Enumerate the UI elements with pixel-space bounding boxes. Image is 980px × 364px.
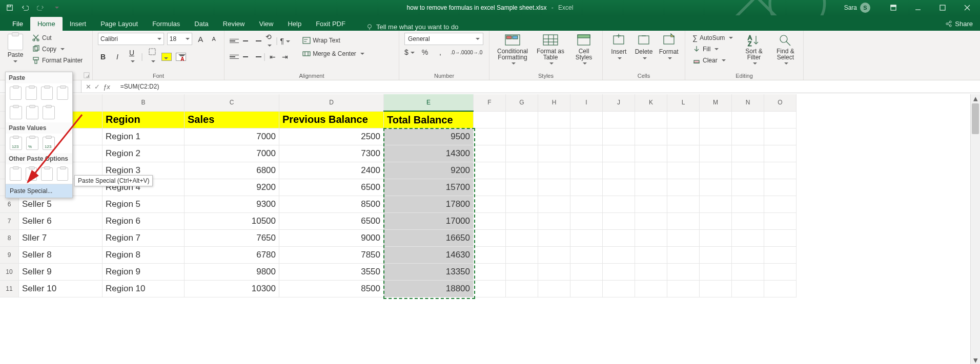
cell[interactable]: 9800 (185, 264, 279, 281)
paste-link-icon[interactable] (26, 167, 37, 181)
tab-file[interactable]: File (5, 17, 30, 31)
column-header[interactable]: K (635, 94, 667, 111)
paste-option-transpose-icon[interactable] (43, 106, 55, 119)
row-header[interactable]: 8 (0, 230, 19, 247)
cell[interactable] (700, 281, 732, 297)
cell[interactable] (635, 145, 667, 162)
cell[interactable] (732, 213, 764, 230)
undo-icon[interactable] (18, 2, 32, 13)
save-icon[interactable] (3, 2, 16, 13)
paste-option-no-borders-icon[interactable] (10, 106, 22, 119)
format-cells-button[interactable]: Format (658, 33, 680, 60)
cell[interactable] (764, 247, 797, 264)
paste-picture-icon[interactable] (41, 167, 53, 181)
cell[interactable] (506, 281, 538, 297)
underline-button[interactable]: U (127, 49, 137, 65)
paste-values-source-icon[interactable]: 123 (43, 137, 55, 150)
cell[interactable]: 13350 (384, 264, 474, 281)
copy-button[interactable]: Copy (30, 44, 85, 54)
align-left-icon[interactable] (230, 53, 239, 60)
align-middle-icon[interactable] (241, 37, 250, 45)
cell[interactable] (764, 179, 797, 196)
cell[interactable] (570, 264, 603, 281)
cell[interactable] (700, 111, 732, 129)
increase-decimal-icon[interactable]: .0→.00 (451, 50, 461, 55)
column-header[interactable]: N (732, 94, 764, 111)
cell[interactable] (474, 213, 506, 230)
cell[interactable] (635, 281, 667, 297)
cell[interactable] (506, 145, 538, 162)
cell[interactable] (570, 247, 603, 264)
cell[interactable] (764, 196, 797, 213)
conditional-formatting-button[interactable]: Conditional Formatting (495, 33, 530, 66)
formula-input[interactable]: =SUM(C2:D2) (118, 83, 980, 90)
cell[interactable] (700, 162, 732, 179)
cell[interactable] (474, 196, 506, 213)
scroll-up-icon[interactable]: ▴ (971, 94, 980, 102)
cell[interactable] (635, 162, 667, 179)
cell[interactable] (570, 213, 603, 230)
cell[interactable] (603, 145, 635, 162)
row-header[interactable]: 9 (0, 247, 19, 264)
cell[interactable]: 6500 (279, 179, 384, 196)
find-select-button[interactable]: Find & Select (773, 33, 798, 66)
comma-format-icon[interactable]: , (435, 48, 445, 56)
scroll-down-icon[interactable]: ▾ (971, 356, 980, 364)
cell[interactable] (635, 111, 667, 129)
cell[interactable] (700, 230, 732, 247)
cell[interactable]: 7850 (279, 247, 384, 264)
fill-button[interactable]: Fill (690, 44, 735, 54)
cell[interactable] (635, 196, 667, 213)
cell[interactable] (764, 162, 797, 179)
borders-button[interactable] (147, 48, 157, 65)
autosum-button[interactable]: ∑ AutoSum (690, 33, 735, 43)
cell[interactable]: Seller 10 (19, 281, 103, 297)
row-header[interactable]: 7 (0, 213, 19, 230)
cell[interactable] (667, 264, 700, 281)
enter-formula-icon[interactable]: ✓ (94, 83, 100, 91)
align-top-icon[interactable] (230, 37, 239, 45)
cell[interactable] (603, 247, 635, 264)
cell[interactable] (667, 281, 700, 297)
bold-button[interactable]: B (98, 53, 108, 61)
cell[interactable] (474, 129, 506, 145)
font-size-select[interactable]: 18 (167, 33, 193, 45)
cell[interactable]: 3550 (279, 264, 384, 281)
tab-view[interactable]: View (252, 17, 280, 31)
cell[interactable] (635, 179, 667, 196)
cell[interactable]: 17000 (384, 213, 474, 230)
wrap-text-button[interactable]: Wrap Text (300, 35, 366, 46)
cell[interactable] (570, 129, 603, 145)
cell[interactable] (764, 230, 797, 247)
cell[interactable] (700, 145, 732, 162)
column-header[interactable]: L (667, 94, 700, 111)
cell[interactable]: 9200 (185, 179, 279, 196)
cell[interactable]: 7300 (279, 145, 384, 162)
cell[interactable] (764, 129, 797, 145)
cell[interactable] (700, 129, 732, 145)
cell[interactable]: Seller 8 (19, 247, 103, 264)
cell[interactable] (732, 247, 764, 264)
insert-cells-button[interactable]: Insert (608, 33, 630, 60)
cell[interactable] (570, 281, 603, 297)
paste-linked-picture-icon[interactable] (57, 167, 69, 181)
cell[interactable] (603, 111, 635, 129)
paste-values-number-icon[interactable]: % (26, 137, 38, 150)
paste-option-formulas-icon[interactable] (26, 87, 37, 100)
cell[interactable]: 10500 (185, 213, 279, 230)
minimize-icon[interactable] (906, 0, 930, 15)
cell[interactable] (538, 213, 570, 230)
cell[interactable]: Sller 7 (19, 230, 103, 247)
cell[interactable] (764, 111, 797, 129)
paste-formatting-icon[interactable] (10, 167, 22, 181)
cell[interactable] (667, 111, 700, 129)
cell[interactable]: 2500 (279, 129, 384, 145)
cell[interactable]: 17800 (384, 196, 474, 213)
cell[interactable] (538, 247, 570, 264)
cell[interactable]: Sales (185, 111, 279, 129)
cell[interactable] (700, 264, 732, 281)
column-header[interactable]: B (103, 94, 185, 111)
sort-filter-button[interactable]: AZ Sort & Filter (741, 33, 766, 66)
align-center-icon[interactable] (241, 53, 250, 60)
text-direction-icon[interactable]: ¶ (280, 37, 290, 45)
